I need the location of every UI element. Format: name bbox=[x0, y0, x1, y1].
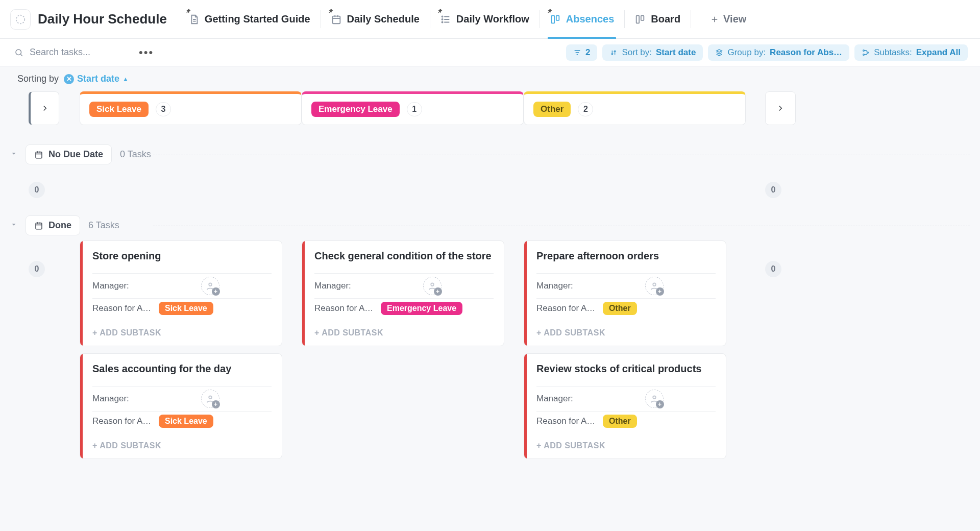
filter-chip[interactable]: 2 bbox=[566, 44, 597, 61]
column-count: 2 bbox=[578, 102, 593, 116]
reason-pill: Sick Leave bbox=[159, 302, 213, 315]
tab-daily-schedule[interactable]: Daily Schedule bbox=[321, 0, 430, 38]
search bbox=[14, 46, 131, 58]
add-subtask-button[interactable]: + ADD SUBTASK bbox=[524, 322, 726, 346]
svg-point-18 bbox=[653, 283, 656, 286]
filter-icon bbox=[573, 49, 581, 57]
sort-value: Start date bbox=[656, 47, 696, 58]
column-headers: Sick Leave 3 Emergency Leave 1 Other 2 bbox=[0, 91, 980, 125]
scroll-left-button[interactable] bbox=[29, 91, 59, 125]
field-reason-label: Reason for Absence: bbox=[536, 303, 598, 313]
pin-icon bbox=[328, 5, 334, 17]
svg-point-4 bbox=[442, 21, 443, 22]
tab-board[interactable]: Board bbox=[624, 0, 691, 38]
calendar-icon bbox=[34, 221, 43, 230]
svg-rect-7 bbox=[636, 15, 640, 23]
card-title: Store opening bbox=[92, 250, 272, 262]
topbar: Daily Hour Schedule Getting Started Guid… bbox=[0, 0, 980, 39]
scroll-right-button[interactable] bbox=[765, 91, 796, 125]
board: Sorting by ✕ Start date ▲ Sick Leave 3 E… bbox=[0, 66, 980, 531]
add-subtask-button[interactable]: + ADD SUBTASK bbox=[80, 322, 282, 346]
tab-getting-started[interactable]: Getting Started Guide bbox=[178, 0, 321, 38]
tab-divider bbox=[691, 0, 701, 38]
pin-icon bbox=[185, 5, 191, 17]
task-card[interactable]: Prepare afternoon orders Manager: + Reas… bbox=[524, 240, 726, 346]
search-input[interactable] bbox=[29, 46, 131, 58]
more-menu[interactable]: ••• bbox=[136, 46, 157, 59]
tab-absences[interactable]: Absences bbox=[540, 0, 625, 38]
group-chip[interactable]: Group by: Reason for Abs… bbox=[708, 44, 849, 61]
assignee-add[interactable]: + bbox=[645, 277, 664, 295]
svg-rect-13 bbox=[36, 152, 42, 158]
toolbar: ••• 2 Sort by: Start date Group by: Reas… bbox=[0, 39, 980, 66]
app-title: Daily Hour Schedule bbox=[38, 11, 167, 27]
tab-label: Absences bbox=[566, 13, 615, 25]
task-card[interactable]: Check general condition of the store Man… bbox=[302, 240, 504, 346]
add-subtask-button[interactable]: + ADD SUBTASK bbox=[302, 322, 504, 346]
tab-label: Daily Workflow bbox=[456, 13, 529, 25]
assignee-add[interactable]: + bbox=[423, 277, 442, 295]
svg-rect-14 bbox=[36, 223, 42, 229]
add-subtask-button[interactable]: + ADD SUBTASK bbox=[524, 435, 726, 458]
tab-label: Daily Schedule bbox=[347, 13, 420, 25]
svg-rect-6 bbox=[556, 15, 559, 20]
sort-label: Sorting by bbox=[17, 74, 59, 84]
sort-indicator: Sorting by ✕ Start date ▲ bbox=[0, 66, 980, 91]
tab-label: Getting Started Guide bbox=[205, 13, 310, 25]
task-card[interactable]: Store opening Manager: + Reason for Abse… bbox=[80, 240, 282, 346]
tabs: Getting Started Guide Daily Schedule Dai… bbox=[178, 0, 701, 38]
add-view-button[interactable]: View bbox=[703, 13, 753, 25]
column-zero-left: 0 bbox=[29, 182, 45, 198]
assignee-add[interactable]: + bbox=[201, 390, 219, 408]
tab-label: Board bbox=[651, 13, 680, 25]
view-controls: 2 Sort by: Start date Group by: Reason f… bbox=[566, 44, 968, 61]
subtasks-chip[interactable]: Subtasks: Expand All bbox=[854, 44, 968, 61]
subtasks-key: Subtasks: bbox=[874, 47, 912, 58]
assignee-add[interactable]: + bbox=[201, 277, 219, 295]
svg-point-11 bbox=[863, 54, 865, 55]
field-reason-label: Reason for Absence: bbox=[92, 303, 154, 313]
collapse-toggle[interactable] bbox=[10, 221, 17, 230]
subtasks-icon bbox=[862, 49, 870, 57]
task-card[interactable]: Review stocks of critical products Manag… bbox=[524, 353, 726, 459]
field-reason-label: Reason for Absence: bbox=[314, 303, 376, 313]
card-title: Sales accounting for the day bbox=[92, 363, 272, 375]
column-badge: Sick Leave bbox=[89, 102, 149, 117]
plus-icon bbox=[710, 15, 719, 24]
column-count: 1 bbox=[407, 102, 422, 116]
group-chip[interactable]: No Due Date bbox=[26, 144, 112, 164]
column-badge: Other bbox=[533, 102, 571, 117]
board-icon bbox=[634, 14, 646, 25]
column-header-sick-leave[interactable]: Sick Leave 3 bbox=[80, 91, 302, 125]
svg-point-15 bbox=[209, 283, 212, 286]
svg-point-9 bbox=[16, 50, 21, 55]
task-card[interactable]: Sales accounting for the day Manager: + … bbox=[80, 353, 282, 459]
cards-col-emergency-leave: Check general condition of the store Man… bbox=[302, 240, 524, 346]
collapse-toggle[interactable] bbox=[10, 150, 17, 159]
sort-field: Start date bbox=[77, 74, 119, 84]
chevron-right-icon bbox=[40, 104, 50, 113]
column-header-other[interactable]: Other 2 bbox=[524, 91, 746, 125]
assignee-add[interactable]: + bbox=[645, 390, 664, 408]
column-zero-left: 0 bbox=[29, 261, 45, 277]
svg-rect-1 bbox=[332, 16, 340, 23]
group-label: Done bbox=[48, 220, 71, 231]
column-header-emergency-leave[interactable]: Emergency Leave 1 bbox=[302, 91, 524, 125]
sort-field-chip[interactable]: ✕ Start date ▲ bbox=[64, 74, 129, 84]
tab-daily-workflow[interactable]: Daily Workflow bbox=[430, 0, 540, 38]
field-reason-label: Reason for Absence: bbox=[536, 416, 598, 426]
plus-icon: + bbox=[212, 400, 220, 408]
sort-chip[interactable]: Sort by: Start date bbox=[602, 44, 703, 61]
svg-point-10 bbox=[863, 50, 865, 51]
add-subtask-button[interactable]: + ADD SUBTASK bbox=[80, 435, 282, 458]
clear-sort-icon[interactable]: ✕ bbox=[64, 74, 74, 84]
sort-asc-icon: ▲ bbox=[122, 76, 129, 83]
group-chip[interactable]: Done bbox=[26, 215, 80, 235]
group-icon bbox=[715, 49, 723, 57]
column-zero-right: 0 bbox=[765, 182, 781, 198]
pin-icon bbox=[547, 5, 553, 17]
field-manager-label: Manager: bbox=[92, 281, 143, 291]
calendar-icon bbox=[34, 150, 43, 159]
field-manager-label: Manager: bbox=[92, 394, 143, 404]
field-manager-label: Manager: bbox=[536, 281, 587, 291]
